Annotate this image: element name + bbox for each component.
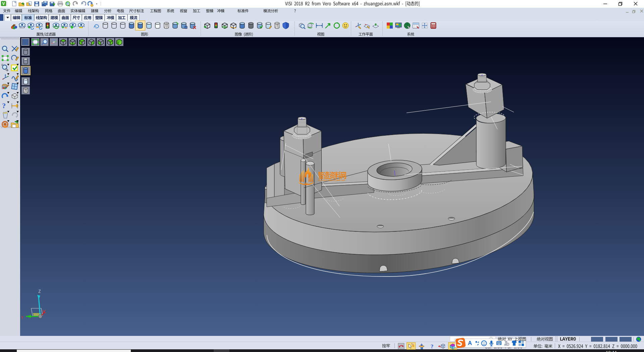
svg-text:A: A [468,340,472,346]
svg-text:?: ? [431,343,434,350]
svg-text:?: ? [2,102,6,110]
svg-text:V: V [2,1,5,6]
svg-text:7: 7 [507,343,508,346]
